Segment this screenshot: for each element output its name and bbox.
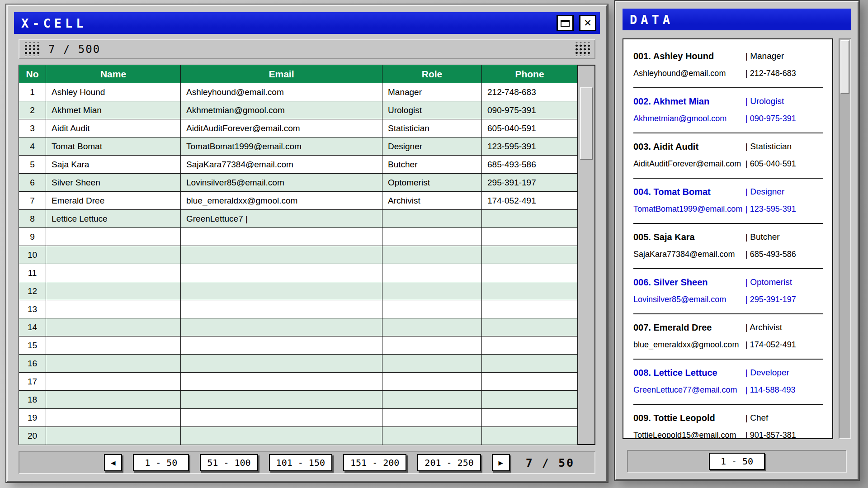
cell-role[interactable] <box>382 355 482 373</box>
row-number[interactable]: 13 <box>19 300 46 318</box>
cell-name[interactable]: Tomat Bomat <box>46 137 181 156</box>
cell-name[interactable] <box>46 282 181 300</box>
column-header-name[interactable]: Name <box>46 65 181 83</box>
cell-role[interactable]: Manager <box>382 83 482 101</box>
row-number[interactable]: 2 <box>19 101 46 119</box>
row-number[interactable]: 10 <box>19 246 46 264</box>
cell-email[interactable]: Lovinsilver85@email.com <box>181 174 382 192</box>
cell-name[interactable] <box>46 336 181 355</box>
cell-name[interactable] <box>46 246 181 264</box>
row-number[interactable]: 19 <box>19 409 46 427</box>
column-header-phone[interactable]: Phone <box>482 65 578 83</box>
cell-role[interactable] <box>382 318 482 336</box>
cell-role[interactable] <box>382 210 482 228</box>
column-header-email[interactable]: Email <box>181 65 382 83</box>
data-entry[interactable]: 005. Saja Kara| ButcherSajaKara77384@ema… <box>633 224 823 269</box>
table-scrollbar[interactable] <box>578 65 595 445</box>
cell-phone[interactable] <box>482 300 578 318</box>
page-range-button[interactable]: 1 - 50 <box>709 453 765 470</box>
cell-role[interactable]: Archivist <box>382 192 482 210</box>
cell-role[interactable] <box>382 391 482 409</box>
cell-name[interactable] <box>46 318 181 336</box>
row-number[interactable]: 14 <box>19 318 46 336</box>
row-number[interactable]: 9 <box>19 228 46 246</box>
cell-name[interactable] <box>46 391 181 409</box>
cell-name[interactable] <box>46 373 181 391</box>
row-number[interactable]: 17 <box>19 373 46 391</box>
data-entry[interactable]: 008. Lettice Lettuce| DeveloperGreenLett… <box>633 360 823 405</box>
row-number[interactable]: 11 <box>19 264 46 282</box>
cell-name[interactable]: Silver Sheen <box>46 174 181 192</box>
cell-phone[interactable] <box>482 228 578 246</box>
cell-phone[interactable]: 090-975-391 <box>482 101 578 119</box>
cell-email[interactable] <box>181 228 382 246</box>
cell-email[interactable] <box>181 336 382 355</box>
cell-name[interactable]: Aidit Audit <box>46 119 181 137</box>
cell-role[interactable] <box>382 246 482 264</box>
row-number[interactable]: 18 <box>19 391 46 409</box>
page-range-button[interactable]: 101 - 150 <box>269 454 332 471</box>
cell-email[interactable] <box>181 264 382 282</box>
page-range-button[interactable]: 201 - 250 <box>417 454 481 471</box>
cell-email[interactable]: blue_emeraldxx@gmool.com <box>181 192 382 210</box>
data-entry[interactable]: 001. Ashley Hound| ManagerAshleyhound@em… <box>633 43 823 88</box>
cell-name[interactable] <box>46 228 181 246</box>
cell-email[interactable]: Ashleyhound@email.com <box>181 83 382 101</box>
cell-email[interactable] <box>181 300 382 318</box>
cell-phone[interactable] <box>482 246 578 264</box>
cell-email[interactable]: GreenLettuce7 | <box>181 210 382 228</box>
row-number[interactable]: 1 <box>19 83 46 101</box>
cell-role[interactable] <box>382 409 482 427</box>
row-number[interactable]: 6 <box>19 174 46 192</box>
cell-email[interactable]: AiditAuditForever@email.com <box>181 119 382 137</box>
cell-role[interactable] <box>382 228 482 246</box>
cell-phone[interactable] <box>482 318 578 336</box>
cell-phone[interactable]: 174-052-491 <box>482 192 578 210</box>
grid-handle-icon[interactable] <box>23 43 40 56</box>
cell-name[interactable]: Lettice Lettuce <box>46 210 181 228</box>
cell-name[interactable] <box>46 409 181 427</box>
row-number[interactable]: 7 <box>19 192 46 210</box>
column-header-role[interactable]: Role <box>382 65 482 83</box>
cell-role[interactable]: Butcher <box>382 156 482 174</box>
cell-role[interactable]: Designer <box>382 137 482 156</box>
cell-role[interactable] <box>382 373 482 391</box>
row-number[interactable]: 8 <box>19 210 46 228</box>
cell-email[interactable] <box>181 355 382 373</box>
row-number[interactable]: 20 <box>19 427 46 445</box>
data-entry[interactable]: 004. Tomat Bomat| DesignerTomatBomat1999… <box>633 179 823 224</box>
data-entry[interactable]: 003. Aidit Audit| StatisticianAiditAudit… <box>633 133 823 179</box>
cell-email[interactable] <box>181 373 382 391</box>
row-number[interactable]: 16 <box>19 355 46 373</box>
cell-email[interactable]: Akhmetmian@gmool.com <box>181 101 382 119</box>
cell-email[interactable] <box>181 409 382 427</box>
cell-phone[interactable]: 685-493-586 <box>482 156 578 174</box>
cell-phone[interactable] <box>482 282 578 300</box>
cell-phone[interactable] <box>482 373 578 391</box>
cell-name[interactable]: Ashley Hound <box>46 83 181 101</box>
cell-email[interactable] <box>181 246 382 264</box>
cell-role[interactable]: Statistician <box>382 119 482 137</box>
cell-name[interactable] <box>46 300 181 318</box>
page-range-button[interactable]: 1 - 50 <box>133 454 189 471</box>
cell-name[interactable] <box>46 427 181 445</box>
cell-phone[interactable] <box>482 264 578 282</box>
cell-role[interactable]: Optomerist <box>382 174 482 192</box>
cell-role[interactable] <box>382 300 482 318</box>
cell-email[interactable] <box>181 282 382 300</box>
cell-phone[interactable] <box>482 409 578 427</box>
cell-email[interactable] <box>181 318 382 336</box>
cell-name[interactable] <box>46 355 181 373</box>
data-entry[interactable]: 002. Akhmet Mian| UrologistAkhmetmian@gm… <box>633 88 823 133</box>
cell-email[interactable] <box>181 427 382 445</box>
column-header-no[interactable]: No <box>19 65 46 83</box>
cell-phone[interactable] <box>482 427 578 445</box>
cell-phone[interactable] <box>482 210 578 228</box>
data-entry[interactable]: 006. Silver Sheen| OptomeristLovinsilver… <box>633 269 823 314</box>
scrollbar-thumb[interactable] <box>580 87 593 160</box>
cell-name[interactable] <box>46 264 181 282</box>
cell-phone[interactable] <box>482 355 578 373</box>
cell-role[interactable] <box>382 282 482 300</box>
cell-name[interactable]: Akhmet Mian <box>46 101 181 119</box>
row-number[interactable]: 4 <box>19 137 46 156</box>
